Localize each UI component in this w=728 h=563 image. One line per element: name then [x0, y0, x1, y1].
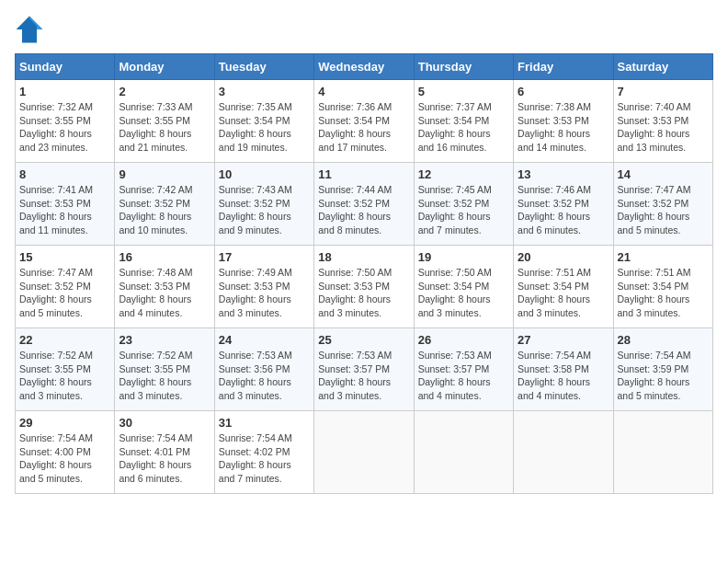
- calendar-cell: 27 Sunrise: 7:54 AMSunset: 3:58 PMDaylig…: [514, 328, 613, 411]
- calendar-cell: 9 Sunrise: 7:42 AMSunset: 3:52 PMDayligh…: [115, 163, 214, 246]
- day-info: Sunrise: 7:49 AMSunset: 3:53 PMDaylight:…: [219, 267, 292, 318]
- day-number: 1: [19, 85, 110, 98]
- day-info: Sunrise: 7:51 AMSunset: 3:54 PMDaylight:…: [518, 267, 591, 318]
- day-number: 6: [518, 85, 609, 98]
- day-info: Sunrise: 7:42 AMSunset: 3:52 PMDaylight:…: [119, 184, 192, 236]
- day-number: 21: [618, 250, 709, 264]
- calendar-cell: 13 Sunrise: 7:46 AMSunset: 3:52 PMDaylig…: [514, 163, 613, 246]
- logo-icon: [15, 15, 44, 44]
- day-info: Sunrise: 7:38 AMSunset: 3:53 PMDaylight:…: [518, 101, 591, 153]
- day-number: 28: [618, 333, 709, 347]
- calendar-cell: 5 Sunrise: 7:37 AMSunset: 3:54 PMDayligh…: [414, 80, 513, 163]
- calendar-cell: [514, 411, 613, 494]
- calendar-week-4: 22 Sunrise: 7:52 AMSunset: 3:55 PMDaylig…: [16, 328, 713, 411]
- day-info: Sunrise: 7:32 AMSunset: 3:55 PMDaylight:…: [19, 101, 93, 153]
- weekday-header-sunday: Sunday: [16, 54, 115, 80]
- day-info: Sunrise: 7:53 AMSunset: 3:57 PMDaylight:…: [418, 350, 492, 401]
- calendar-cell: 30 Sunrise: 7:54 AMSunset: 4:01 PMDaylig…: [115, 411, 214, 494]
- day-number: 19: [418, 250, 509, 264]
- day-number: 29: [19, 416, 110, 430]
- calendar-table: SundayMondayTuesdayWednesdayThursdayFrid…: [15, 53, 713, 494]
- day-info: Sunrise: 7:40 AMSunset: 3:53 PMDaylight:…: [618, 101, 691, 153]
- day-number: 23: [119, 333, 210, 347]
- calendar-week-2: 8 Sunrise: 7:41 AMSunset: 3:53 PMDayligh…: [16, 163, 713, 246]
- calendar-cell: 21 Sunrise: 7:51 AMSunset: 3:54 PMDaylig…: [613, 246, 712, 328]
- day-info: Sunrise: 7:47 AMSunset: 3:52 PMDaylight:…: [618, 184, 691, 236]
- day-info: Sunrise: 7:51 AMSunset: 3:54 PMDaylight:…: [618, 267, 691, 318]
- calendar-cell: 29 Sunrise: 7:54 AMSunset: 4:00 PMDaylig…: [16, 411, 115, 494]
- day-info: Sunrise: 7:35 AMSunset: 3:54 PMDaylight:…: [219, 101, 292, 153]
- day-number: 3: [219, 85, 310, 98]
- weekday-header-monday: Monday: [115, 54, 214, 80]
- calendar-cell: 16 Sunrise: 7:48 AMSunset: 3:53 PMDaylig…: [115, 246, 214, 328]
- day-number: 2: [119, 85, 210, 98]
- day-info: Sunrise: 7:37 AMSunset: 3:54 PMDaylight:…: [418, 101, 492, 153]
- day-info: Sunrise: 7:47 AMSunset: 3:52 PMDaylight:…: [19, 267, 93, 318]
- day-number: 17: [219, 250, 310, 264]
- day-number: 11: [318, 167, 409, 181]
- day-info: Sunrise: 7:53 AMSunset: 3:56 PMDaylight:…: [219, 350, 292, 401]
- calendar-cell: 11 Sunrise: 7:44 AMSunset: 3:52 PMDaylig…: [314, 163, 414, 246]
- day-info: Sunrise: 7:53 AMSunset: 3:57 PMDaylight:…: [318, 350, 392, 401]
- day-number: 24: [219, 333, 310, 347]
- day-info: Sunrise: 7:45 AMSunset: 3:52 PMDaylight:…: [418, 184, 492, 236]
- day-number: 22: [19, 333, 110, 347]
- calendar-cell: 14 Sunrise: 7:47 AMSunset: 3:52 PMDaylig…: [613, 163, 712, 246]
- day-info: Sunrise: 7:46 AMSunset: 3:52 PMDaylight:…: [518, 184, 591, 236]
- day-number: 7: [618, 85, 709, 98]
- calendar-week-5: 29 Sunrise: 7:54 AMSunset: 4:00 PMDaylig…: [16, 411, 713, 494]
- day-number: 10: [219, 167, 310, 181]
- day-info: Sunrise: 7:50 AMSunset: 3:53 PMDaylight:…: [318, 267, 392, 318]
- calendar-cell: 25 Sunrise: 7:53 AMSunset: 3:57 PMDaylig…: [314, 328, 414, 411]
- weekday-header-thursday: Thursday: [414, 54, 513, 80]
- day-info: Sunrise: 7:54 AMSunset: 4:01 PMDaylight:…: [119, 432, 192, 484]
- day-number: 25: [318, 333, 409, 347]
- day-info: Sunrise: 7:54 AMSunset: 3:59 PMDaylight:…: [618, 350, 691, 401]
- day-info: Sunrise: 7:52 AMSunset: 3:55 PMDaylight:…: [119, 350, 192, 401]
- calendar-cell: 23 Sunrise: 7:52 AMSunset: 3:55 PMDaylig…: [115, 328, 214, 411]
- day-info: Sunrise: 7:54 AMSunset: 4:02 PMDaylight:…: [219, 432, 292, 484]
- weekday-header-saturday: Saturday: [613, 54, 712, 80]
- day-number: 12: [418, 167, 509, 181]
- calendar-cell: 19 Sunrise: 7:50 AMSunset: 3:54 PMDaylig…: [414, 246, 513, 328]
- day-number: 26: [418, 333, 509, 347]
- day-number: 30: [119, 416, 210, 430]
- calendar-cell: 17 Sunrise: 7:49 AMSunset: 3:53 PMDaylig…: [214, 246, 313, 328]
- page-header: [15, 15, 713, 44]
- calendar-cell: 31 Sunrise: 7:54 AMSunset: 4:02 PMDaylig…: [214, 411, 313, 494]
- day-info: Sunrise: 7:44 AMSunset: 3:52 PMDaylight:…: [318, 184, 392, 236]
- calendar-cell: 15 Sunrise: 7:47 AMSunset: 3:52 PMDaylig…: [16, 246, 115, 328]
- day-info: Sunrise: 7:33 AMSunset: 3:55 PMDaylight:…: [119, 101, 192, 153]
- day-info: Sunrise: 7:43 AMSunset: 3:52 PMDaylight:…: [219, 184, 292, 236]
- calendar-cell: 18 Sunrise: 7:50 AMSunset: 3:53 PMDaylig…: [314, 246, 414, 328]
- day-number: 8: [19, 167, 110, 181]
- calendar-week-1: 1 Sunrise: 7:32 AMSunset: 3:55 PMDayligh…: [16, 80, 713, 163]
- calendar-cell: 26 Sunrise: 7:53 AMSunset: 3:57 PMDaylig…: [414, 328, 513, 411]
- calendar-cell: 10 Sunrise: 7:43 AMSunset: 3:52 PMDaylig…: [214, 163, 313, 246]
- weekday-header-tuesday: Tuesday: [214, 54, 313, 80]
- day-number: 18: [318, 250, 409, 264]
- day-number: 27: [518, 333, 609, 347]
- day-number: 15: [19, 250, 110, 264]
- calendar-cell: 4 Sunrise: 7:36 AMSunset: 3:54 PMDayligh…: [314, 80, 414, 163]
- day-info: Sunrise: 7:54 AMSunset: 4:00 PMDaylight:…: [19, 432, 93, 484]
- day-number: 16: [119, 250, 210, 264]
- day-info: Sunrise: 7:52 AMSunset: 3:55 PMDaylight:…: [19, 350, 93, 401]
- calendar-cell: [314, 411, 414, 494]
- day-number: 20: [518, 250, 609, 264]
- day-number: 14: [618, 167, 709, 181]
- calendar-cell: 12 Sunrise: 7:45 AMSunset: 3:52 PMDaylig…: [414, 163, 513, 246]
- calendar-cell: [613, 411, 712, 494]
- day-number: 31: [219, 416, 310, 430]
- logo: [15, 15, 50, 44]
- calendar-cell: [414, 411, 513, 494]
- day-number: 5: [418, 85, 509, 98]
- day-info: Sunrise: 7:54 AMSunset: 3:58 PMDaylight:…: [518, 350, 591, 401]
- day-number: 4: [318, 85, 409, 98]
- calendar-cell: 1 Sunrise: 7:32 AMSunset: 3:55 PMDayligh…: [16, 80, 115, 163]
- day-info: Sunrise: 7:48 AMSunset: 3:53 PMDaylight:…: [119, 267, 192, 318]
- calendar-cell: 8 Sunrise: 7:41 AMSunset: 3:53 PMDayligh…: [16, 163, 115, 246]
- calendar-cell: 24 Sunrise: 7:53 AMSunset: 3:56 PMDaylig…: [214, 328, 313, 411]
- weekday-header-wednesday: Wednesday: [314, 54, 414, 80]
- day-number: 13: [518, 167, 609, 181]
